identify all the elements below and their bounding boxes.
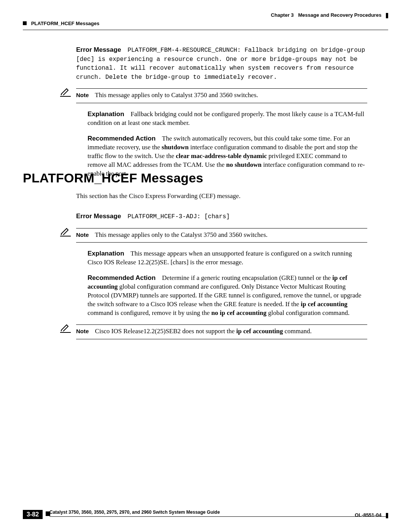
note-body: Note This message applies only to Cataly… bbox=[76, 88, 367, 103]
note-label: Note bbox=[76, 92, 89, 98]
chapter-number: Chapter 3 bbox=[271, 12, 294, 18]
error-message-block-2: Error Message PLATFORM_HCEF-3-ADJ: [char… bbox=[76, 212, 367, 221]
footer-doc-title: Catalyst 3750, 3560, 3550, 2975, 2970, a… bbox=[49, 510, 388, 515]
footer-square-icon bbox=[46, 511, 50, 516]
note-row: Note This message applies only to Cataly… bbox=[60, 88, 367, 103]
error-label: Error Message bbox=[76, 46, 121, 53]
note-body-2: Note This message applies only to the Ca… bbox=[76, 228, 367, 243]
doc-id-bar-icon bbox=[386, 513, 388, 518]
error-label-2: Error Message bbox=[76, 212, 121, 220]
explanation-block: Explanation Fallback bridging could not … bbox=[88, 110, 367, 128]
note-label-2: Note bbox=[76, 232, 89, 238]
recommended-action-block-2: Recommended Action Determine if a generi… bbox=[88, 274, 367, 318]
action-label: Recommended Action bbox=[88, 135, 156, 142]
document-page: Chapter 3 Message and Recovery Procedure… bbox=[0, 0, 411, 532]
note-text: This message applies only to Catalyst 37… bbox=[95, 91, 258, 99]
header-square-icon bbox=[23, 21, 27, 25]
action-bold-3b: no ip cef accounting bbox=[211, 309, 266, 316]
explanation-text: Fallback bridging could not be configure… bbox=[88, 110, 364, 126]
document-id: OL-8551-04 bbox=[355, 512, 388, 518]
pencil-icon bbox=[60, 227, 71, 236]
action-bold-3: no shutdown bbox=[226, 161, 261, 168]
note-text-2: This message applies only to the Catalys… bbox=[95, 231, 268, 238]
action-bold-2: clear mac-address-table dynamic bbox=[176, 152, 267, 160]
header-bar-icon bbox=[386, 13, 388, 18]
header-right: Chapter 3 Message and Recovery Procedure… bbox=[271, 12, 388, 18]
pencil-icon bbox=[60, 324, 71, 333]
note-row-3: Note Cisco IOS Release12.2(25)SEB2 does … bbox=[60, 324, 367, 339]
action-label-2: Recommended Action bbox=[88, 274, 156, 281]
content-block-1: Error Message PLATFORM_FBM-4-RESOURCE_CR… bbox=[76, 46, 367, 185]
section-heading: PLATFORM_HCEF Messages bbox=[23, 171, 203, 185]
content-block-2: This section has the Cisco Express Forwa… bbox=[76, 192, 367, 346]
note-label-3: Note bbox=[76, 328, 89, 334]
error-message-block: Error Message PLATFORM_FBM-4-RESOURCE_CR… bbox=[76, 46, 367, 81]
header-left: PLATFORM_HCEF Messages bbox=[23, 21, 99, 26]
header-section: PLATFORM_HCEF Messages bbox=[31, 21, 100, 26]
note-text-3-bold: ip cef accounting bbox=[236, 328, 283, 335]
pencil-icon bbox=[60, 88, 71, 97]
action-text-pre-2: Determine if a generic routing encapsula… bbox=[162, 274, 333, 281]
page-footer: Catalyst 3750, 3560, 3550, 2975, 2970, a… bbox=[23, 510, 388, 517]
note-body-3: Note Cisco IOS Release12.2(25)SEB2 does … bbox=[76, 324, 367, 339]
note-row-2: Note This message applies only to the Ca… bbox=[60, 228, 367, 243]
doc-id-text: OL-8551-04 bbox=[355, 512, 381, 518]
section-intro: This section has the Cisco Express Forwa… bbox=[76, 192, 367, 201]
header-rule bbox=[23, 30, 388, 30]
action-bold-2b: ip cef accounting bbox=[301, 300, 347, 308]
footer-rule bbox=[49, 516, 388, 517]
error-code-2: PLATFORM_HCEF-3-ADJ: [chars] bbox=[127, 213, 230, 220]
note-text-3-post: command. bbox=[285, 328, 312, 335]
action-bold-1: shutdown bbox=[162, 144, 189, 151]
action-text-post-2: global configuration command. bbox=[268, 309, 350, 316]
action-text-mid2b: command is configured, remove it by usin… bbox=[88, 309, 211, 316]
chapter-title: Message and Recovery Procedures bbox=[298, 12, 381, 18]
explanation-label-2: Explanation bbox=[88, 250, 124, 257]
page-number: 3-82 bbox=[23, 510, 43, 519]
explanation-label: Explanation bbox=[88, 110, 124, 118]
note-text-3-pre: Cisco IOS Release12.2(25)SEB2 does not s… bbox=[95, 328, 236, 335]
explanation-block-2: Explanation This message appears when an… bbox=[88, 249, 367, 267]
